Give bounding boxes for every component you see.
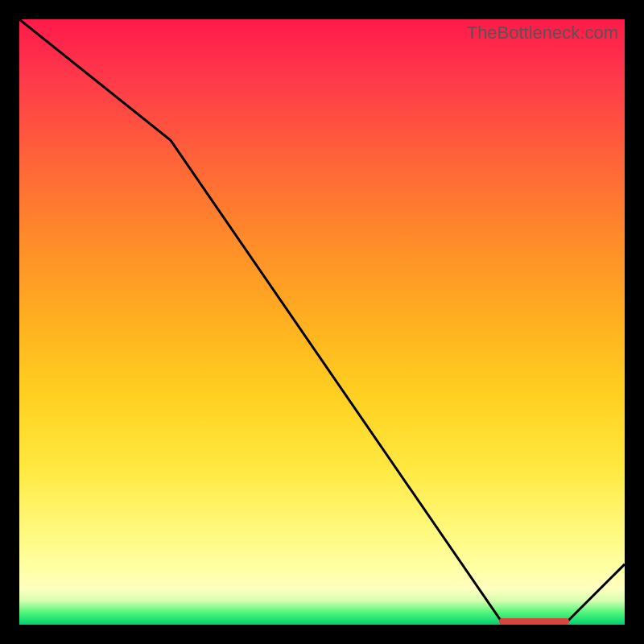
chart-line bbox=[19, 19, 625, 625]
chart-frame: TheBottleneck.com bbox=[19, 19, 625, 625]
flat-region-marker bbox=[499, 618, 569, 625]
watermark-text: TheBottleneck.com bbox=[467, 23, 618, 43]
